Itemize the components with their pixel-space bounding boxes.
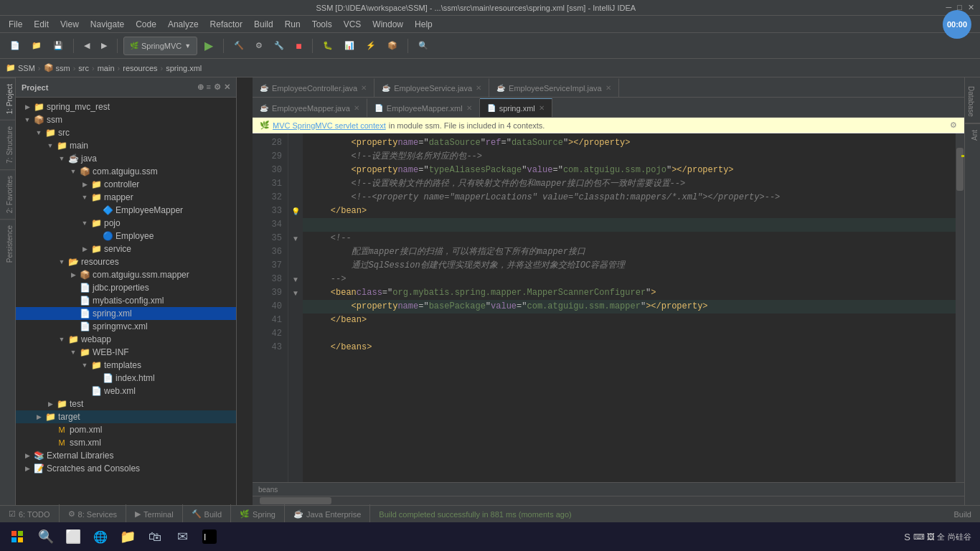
- tree-item-scratches[interactable]: ▶ 📝 Scratches and Consoles: [16, 462, 236, 475]
- tree-item-index[interactable]: 📄 index.html: [16, 372, 236, 385]
- h-scroll-thumb[interactable]: [260, 497, 331, 504]
- gutter-fold-39[interactable]: ▼: [288, 286, 303, 300]
- tree-item-templates[interactable]: ▼ 📁 templates: [16, 359, 236, 372]
- tree-item-springmvc[interactable]: 📄 springmvc.xml: [16, 320, 236, 333]
- run-btn[interactable]: ▶: [200, 36, 217, 56]
- tab-employee-mapper-java[interactable]: ☕ EmployeeMapper.java ✕: [253, 98, 367, 117]
- tree-item-target[interactable]: ▶ 📁 target: [16, 410, 236, 423]
- menu-tools[interactable]: Tools: [306, 16, 338, 33]
- start-button[interactable]: [3, 522, 32, 551]
- gutter-fold-35[interactable]: ▼: [288, 232, 303, 245]
- toolbar-build1[interactable]: 🔨: [230, 36, 248, 56]
- bottom-tab-build[interactable]: 🔨 Build: [183, 504, 231, 524]
- menu-navigate[interactable]: Navigate: [85, 16, 130, 33]
- tab-close-ec[interactable]: ✕: [361, 84, 367, 92]
- tree-item-service[interactable]: ▶ 📁 service: [16, 242, 236, 255]
- menu-code[interactable]: Code: [130, 16, 162, 33]
- toolbar-stop[interactable]: ■: [291, 36, 306, 56]
- sidebar-add-icon[interactable]: ⊕: [197, 83, 204, 92]
- gutter-fold-38[interactable]: ▼: [288, 273, 303, 286]
- tab-spring-xml[interactable]: 📄 spring.xml ✕: [480, 98, 552, 117]
- taskbar-edge[interactable]: 🌐: [88, 524, 113, 550]
- tree-item-resources[interactable]: ▼ 📂 resources: [16, 255, 236, 268]
- menu-file[interactable]: File: [3, 16, 28, 33]
- toolbar-sdk[interactable]: 📦: [383, 36, 402, 56]
- code-line-34[interactable]: [303, 218, 956, 232]
- menu-view[interactable]: View: [55, 16, 85, 33]
- panel-tab-database[interactable]: Database: [965, 80, 981, 123]
- taskbar-icons-group[interactable]: ⌨ 🖼 全: [913, 532, 945, 542]
- tree-item-pojo[interactable]: ▼ 📁 pojo: [16, 217, 236, 230]
- tree-item-webxml[interactable]: 📄 web.xml: [16, 385, 236, 397]
- sidebar-close-icon[interactable]: ✕: [224, 83, 230, 92]
- vertical-scrollbar[interactable]: [956, 133, 964, 482]
- menu-analyze[interactable]: Analyze: [162, 16, 204, 33]
- tab-close-esi[interactable]: ✕: [606, 84, 611, 92]
- tree-item-controller[interactable]: ▶ 📁 controller: [16, 178, 236, 191]
- tab-employee-controller[interactable]: ☕ EmployeeController.java ✕: [253, 78, 374, 97]
- tree-item-jdbc[interactable]: 📄 jdbc.properties: [16, 281, 236, 294]
- toolbar-build3[interactable]: 🔧: [270, 36, 288, 56]
- toolbar-forward[interactable]: ▶: [97, 36, 111, 56]
- toolbar-open[interactable]: 📁: [27, 36, 46, 56]
- tree-item-mybatis[interactable]: 📄 mybatis-config.xml: [16, 294, 236, 307]
- mvc-settings-icon[interactable]: ⚙: [950, 121, 957, 130]
- taskbar-intellij[interactable]: I: [197, 524, 222, 550]
- menu-build[interactable]: Build: [248, 16, 279, 33]
- nav-spring-xml[interactable]: spring.xml: [166, 64, 202, 72]
- menu-refactor[interactable]: Refactor: [204, 16, 248, 33]
- gutter-bulb[interactable]: 💡: [288, 204, 303, 218]
- toolbar-coverage[interactable]: 📊: [340, 36, 359, 56]
- taskbar-mail[interactable]: ✉: [169, 524, 195, 550]
- mvc-link[interactable]: MVC SpringMVC servlet context: [273, 121, 386, 130]
- run-config-selector[interactable]: 🌿 SpringMVC ▼: [123, 37, 197, 55]
- tree-item-pom[interactable]: M pom.xml: [16, 423, 236, 436]
- menu-run[interactable]: Run: [279, 16, 306, 33]
- panel-tab-ant[interactable]: Ant: [965, 123, 981, 146]
- nav-main[interactable]: main: [98, 64, 115, 72]
- tab-employee-service[interactable]: ☕ EmployeeService.java ✕: [374, 78, 489, 97]
- taskbar-store[interactable]: 🛍: [142, 524, 168, 550]
- tree-item-employee[interactable]: 🔵 Employee: [16, 230, 236, 242]
- toolbar-back[interactable]: ◀: [80, 36, 94, 56]
- panel-tab-structure[interactable]: 7: Structure: [0, 120, 16, 169]
- toolbar-debug[interactable]: 🐛: [319, 36, 337, 56]
- toolbar-save[interactable]: 💾: [49, 36, 67, 56]
- code-text[interactable]: <property name="dataSource" ref="dataSou…: [303, 133, 956, 482]
- tab-employee-service-impl[interactable]: ☕ EmployeeServiceImpl.java ✕: [489, 78, 619, 97]
- tab-close-emj[interactable]: ✕: [354, 104, 359, 112]
- sidebar-collapse-icon[interactable]: ≡: [207, 83, 211, 92]
- tab-close-sx[interactable]: ✕: [539, 104, 545, 112]
- breadcrumb-beans[interactable]: beans: [258, 486, 278, 494]
- taskbar-search[interactable]: 🔍: [33, 524, 59, 550]
- nav-resources[interactable]: resources: [123, 64, 157, 72]
- bottom-tab-spring[interactable]: 🌿 Spring: [231, 504, 285, 524]
- sidebar-settings-icon[interactable]: ⚙: [214, 83, 221, 92]
- tree-item-package[interactable]: ▼ 📦 com.atguigu.ssm: [16, 165, 236, 178]
- tree-item-webapp[interactable]: ▼ 📁 webapp: [16, 333, 236, 346]
- menu-help[interactable]: Help: [409, 16, 438, 33]
- bottom-tab-java-enterprise[interactable]: ☕ Java Enterprise: [285, 504, 370, 524]
- taskbar-taskview[interactable]: ⬜: [60, 524, 86, 550]
- tree-item-ext-libs[interactable]: ▶ 📚 External Libraries: [16, 449, 236, 462]
- close-btn[interactable]: ✕: [968, 3, 974, 12]
- panel-tab-project[interactable]: 1: Project: [0, 77, 16, 120]
- tree-item-test[interactable]: ▶ 📁 test: [16, 397, 236, 410]
- toolbar-build2[interactable]: ⚙: [251, 36, 267, 56]
- tree-item-employeemapper[interactable]: 🔷 EmployeeMapper: [16, 204, 236, 217]
- toolbar-profile[interactable]: ⚡: [362, 36, 380, 56]
- bottom-tab-services[interactable]: ⚙ 8: Services: [60, 504, 126, 524]
- panel-tab-favorites[interactable]: 2: Favorites: [0, 169, 16, 219]
- tree-item-main[interactable]: ▼ 📁 main: [16, 139, 236, 152]
- tree-item-spring-mvc-rest[interactable]: ▶ 📁 spring_mvc_rest: [16, 100, 236, 113]
- toolbar-search[interactable]: 🔍: [414, 36, 433, 56]
- bottom-tab-terminal[interactable]: ▶ Terminal: [126, 504, 183, 524]
- nav-project[interactable]: 📁 SSM: [6, 63, 35, 72]
- tree-item-webinf[interactable]: ▼ 📁 WEB-INF: [16, 346, 236, 359]
- taskbar-file-explorer[interactable]: 📁: [115, 524, 141, 550]
- menu-vcs[interactable]: VCS: [338, 16, 367, 33]
- tree-item-java[interactable]: ▼ ☕ java: [16, 152, 236, 165]
- tab-close-emx[interactable]: ✕: [466, 104, 472, 112]
- tab-close-es[interactable]: ✕: [476, 84, 481, 92]
- tree-item-ssm[interactable]: ▼ 📦 ssm: [16, 113, 236, 126]
